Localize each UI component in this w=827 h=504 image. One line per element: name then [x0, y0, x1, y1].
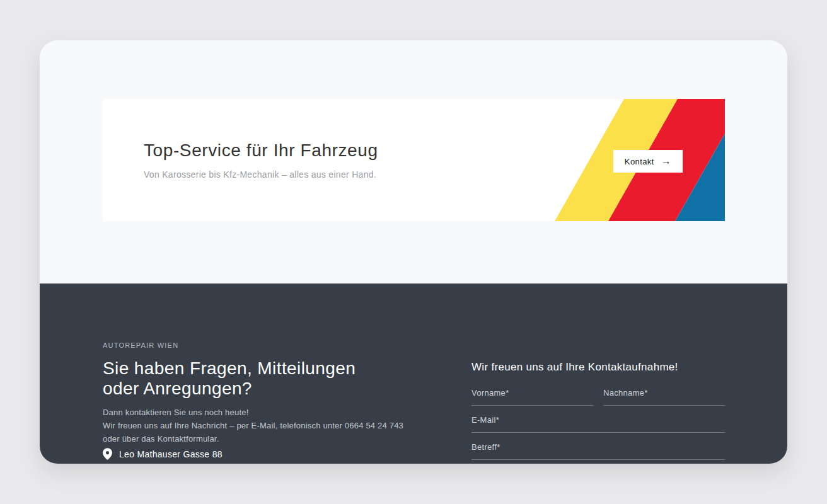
hero-title: Top-Service für Ihr Fahrzeug — [144, 140, 378, 161]
hero-text-block: Top-Service für Ihr Fahrzeug Von Karosse… — [144, 99, 378, 221]
nachname-field-group: Nachname* — [603, 388, 725, 406]
hero-section: Top-Service für Ihr Fahrzeug Von Karosse… — [40, 40, 787, 284]
email-field-group: E-Mail* — [471, 415, 725, 433]
hero-subtitle: Von Karosserie bis Kfz-Mechanik – alles … — [144, 169, 378, 180]
email-input[interactable] — [471, 427, 725, 433]
address-row: Leo Mathauser Gasse 88 — [103, 448, 223, 460]
contact-text-line2: Wir freuen uns auf Ihre Nachricht – per … — [103, 419, 403, 432]
contact-heading-line1: Sie haben Fragen, Mitteilungen — [103, 358, 356, 379]
contact-text-line3: oder über das Kontaktformular. — [103, 432, 403, 445]
contact-heading-line2: oder Anregungen? — [103, 379, 356, 399]
contact-heading: Sie haben Fragen, Mitteilungen oder Anre… — [103, 358, 356, 399]
kontakt-button-label: Kontakt — [625, 157, 654, 166]
location-pin-icon — [103, 448, 112, 460]
betreff-field-group: Betreff* — [471, 442, 725, 460]
address-text: Leo Mathauser Gasse 88 — [119, 449, 223, 459]
contact-paragraph: Dann kontaktieren Sie uns noch heute! Wi… — [103, 406, 403, 445]
contact-text-line1: Dann kontaktieren Sie uns noch heute! — [103, 406, 403, 419]
vorname-input[interactable] — [471, 399, 593, 406]
contact-form-heading: Wir freuen uns auf Ihre Kontaktaufnahme! — [471, 361, 678, 374]
kontakt-button[interactable]: Kontakt → — [613, 150, 683, 173]
email-label: E-Mail* — [471, 415, 725, 425]
hero-banner: Top-Service für Ihr Fahrzeug Von Karosse… — [103, 99, 725, 221]
vorname-label: Vorname* — [471, 388, 593, 398]
contact-form: Vorname* Nachname* E-Mail* Betreff* — [471, 388, 725, 460]
page-card: Top-Service für Ihr Fahrzeug Von Karosse… — [40, 40, 787, 464]
nachname-label: Nachname* — [603, 388, 725, 398]
arrow-right-icon: → — [661, 156, 671, 166]
betreff-input[interactable] — [471, 454, 725, 460]
betreff-label: Betreff* — [471, 442, 725, 452]
nachname-input[interactable] — [603, 399, 725, 406]
vorname-field-group: Vorname* — [471, 388, 593, 406]
eyebrow-label: AUTOREPAIR WIEN — [103, 341, 178, 349]
contact-section: AUTOREPAIR WIEN Sie haben Fragen, Mittei… — [40, 284, 787, 464]
